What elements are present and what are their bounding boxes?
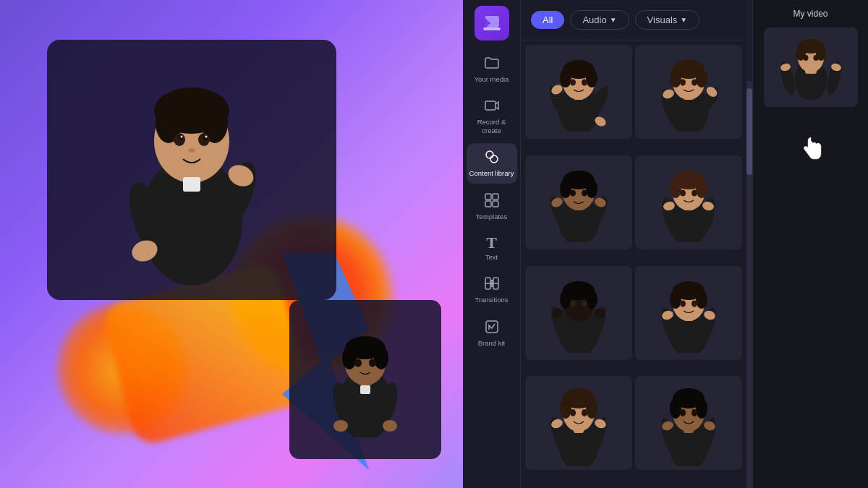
- svg-point-109: [696, 290, 707, 309]
- svg-point-148: [813, 55, 818, 61]
- avatar-figure-4: [660, 163, 718, 242]
- avatar-thumb-2[interactable]: [635, 45, 742, 139]
- folder-icon: [484, 55, 500, 73]
- svg-point-97: [586, 290, 597, 309]
- svg-point-12: [188, 148, 195, 153]
- main-character-card: [47, 40, 336, 300]
- brand-icon: [484, 319, 500, 337]
- svg-point-84: [670, 179, 681, 198]
- svg-point-110: [680, 300, 686, 307]
- svg-point-49: [586, 69, 597, 87]
- avatar-thumb-5[interactable]: [525, 266, 632, 360]
- filter-audio-button[interactable]: Audio ▼: [570, 10, 629, 30]
- sidebar-item-your-media[interactable]: Your media: [467, 49, 517, 89]
- video-thumbnail[interactable]: [764, 27, 858, 107]
- avatar-figure-6: [660, 273, 718, 353]
- text-icon: T: [486, 235, 497, 251]
- sidebar-item-templates[interactable]: Templates: [467, 187, 517, 226]
- svg-rect-39: [485, 201, 491, 207]
- small-character-card: [289, 300, 441, 459]
- svg-point-22: [342, 346, 357, 369]
- avatar-figure-2: [660, 52, 718, 132]
- svg-point-25: [369, 359, 376, 367]
- svg-point-85: [696, 179, 707, 198]
- chevron-down-icon: ▼: [680, 16, 687, 24]
- sidebar-item-brand-kit[interactable]: Brand kit: [467, 313, 517, 353]
- avatar-thumb-1[interactable]: [525, 45, 632, 139]
- sidebar-nav: Your media Record &create Content librar…: [463, 0, 521, 488]
- brand-kit-label: Brand kit: [478, 339, 506, 347]
- svg-point-23: [374, 346, 388, 369]
- sidebar-item-transitions[interactable]: Transitions: [467, 270, 517, 309]
- svg-rect-40: [493, 201, 498, 207]
- avatar-figure-1: [550, 52, 608, 132]
- logo-icon: [482, 13, 502, 33]
- scrollbar-track[interactable]: [746, 81, 752, 488]
- filter-all-button[interactable]: All: [531, 11, 564, 29]
- svg-point-50: [570, 80, 576, 86]
- content-library-icon: [484, 149, 500, 167]
- svg-point-60: [670, 69, 681, 87]
- svg-rect-38: [493, 194, 498, 200]
- content-library-label: Content library: [469, 169, 514, 177]
- svg-point-72: [560, 179, 571, 198]
- avatar-figure-8: [660, 380, 718, 466]
- avatar-grid: [521, 40, 746, 488]
- small-avatar: [329, 322, 401, 437]
- scrollbar-thumb[interactable]: [746, 88, 752, 175]
- svg-point-63: [692, 80, 697, 86]
- content-area: All Audio ▼ Visuals ▼: [521, 0, 746, 488]
- svg-point-123: [582, 409, 587, 416]
- svg-point-29: [333, 420, 348, 432]
- avatar-thumb-4[interactable]: [635, 155, 742, 249]
- templates-label: Templates: [476, 213, 507, 221]
- transitions-icon: [484, 275, 500, 294]
- svg-rect-37: [485, 194, 491, 200]
- svg-point-35: [486, 151, 493, 158]
- templates-icon: [484, 192, 500, 210]
- svg-point-48: [560, 69, 571, 87]
- hand-icon: [798, 134, 824, 160]
- main-avatar: [119, 54, 264, 286]
- text-label: Text: [485, 253, 498, 261]
- sidebar-item-text[interactable]: T Text: [467, 229, 517, 267]
- svg-point-108: [670, 290, 681, 309]
- record-icon: [484, 98, 500, 116]
- svg-rect-33: [483, 27, 501, 30]
- filter-visuals-button[interactable]: Visuals ▼: [635, 10, 700, 30]
- svg-point-62: [680, 80, 686, 86]
- app-logo[interactable]: [475, 6, 509, 40]
- sidebar-item-record-create[interactable]: Record &create: [467, 92, 517, 140]
- svg-point-121: [586, 398, 597, 419]
- svg-point-75: [582, 189, 587, 196]
- your-media-label: Your media: [475, 75, 509, 83]
- cursor-hand-icon: [798, 134, 824, 163]
- svg-point-122: [570, 409, 576, 416]
- transitions-label: Transitions: [475, 296, 508, 304]
- svg-point-99: [582, 300, 587, 307]
- svg-point-135: [692, 409, 697, 416]
- svg-rect-43: [486, 321, 498, 333]
- svg-point-30: [383, 420, 397, 432]
- sidebar-item-content-library[interactable]: Content library: [467, 143, 517, 183]
- my-video-panel: My video: [752, 0, 868, 488]
- svg-point-36: [490, 155, 498, 163]
- avatar-figure-5: [550, 273, 608, 353]
- svg-point-96: [560, 290, 571, 309]
- record-create-label: Record &create: [477, 118, 506, 134]
- chevron-down-icon: ▼: [610, 16, 617, 24]
- svg-point-51: [582, 80, 587, 86]
- svg-rect-26: [360, 385, 370, 394]
- avatar-thumb-8[interactable]: [635, 376, 742, 470]
- svg-point-132: [670, 398, 681, 419]
- video-thumb-avatar: [775, 35, 847, 100]
- svg-rect-34: [485, 101, 495, 110]
- svg-point-111: [692, 300, 697, 307]
- avatar-thumb-3[interactable]: [525, 155, 632, 249]
- svg-rect-13: [183, 177, 200, 192]
- avatar-thumb-7[interactable]: [525, 376, 632, 470]
- svg-point-10: [181, 136, 183, 138]
- svg-point-120: [560, 398, 571, 419]
- svg-point-98: [570, 300, 576, 307]
- avatar-thumb-6[interactable]: [635, 266, 742, 360]
